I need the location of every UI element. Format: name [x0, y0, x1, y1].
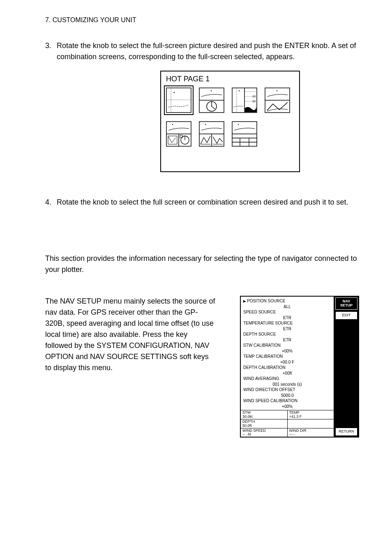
readout-wind-speed: WIND SPEED -- .-kt: [241, 428, 288, 437]
nav-value: ETR: [243, 326, 331, 332]
thumb-combo-c[interactable]: [232, 121, 257, 147]
nav-value: ETR: [243, 315, 331, 321]
thumb-plotter-radar[interactable]: [199, 88, 224, 113]
svg-rect-24: [168, 136, 177, 144]
nav-item-temp-calibration[interactable]: TEMP CALIBRATION: [243, 354, 331, 359]
nav-setup-panel: POSITION SOURCE ALL SPEED SOURCE ETR TEM…: [240, 296, 359, 438]
hotpage-title: HOT PAGE 1: [166, 75, 294, 83]
nav-setup-description: The NAV SETUP menu mainly selects the so…: [45, 296, 215, 373]
readout-blank: [288, 419, 334, 428]
step-4: 4. Rotate the knob to select the full sc…: [45, 197, 359, 208]
nav-readout-table: STW 30.0kt TEMP +41.3 F DEPTH 50.0ft: [241, 410, 334, 437]
nav-value: +00%: [243, 404, 331, 410]
nav-item-position-source[interactable]: POSITION SOURCE: [243, 298, 331, 304]
svg-point-31: [205, 124, 206, 125]
section-intro: This section provides the information ne…: [45, 253, 359, 275]
nav-setup-list: POSITION SOURCE ALL SPEED SOURCE ETR TEM…: [241, 297, 334, 410]
nav-item-stw-calibration[interactable]: STW CALIBRATION: [243, 343, 331, 348]
soft-key-return[interactable]: RETURN: [335, 428, 357, 436]
nav-item-wind-direction-offset[interactable]: WIND DIRECTION OFFSET: [243, 387, 331, 393]
step-number: 3.: [45, 40, 57, 62]
readout-stw: STW 30.0kt: [241, 410, 288, 419]
soft-key-column: NAVSETUP EDIT RETURN: [334, 297, 358, 437]
thumb-dual-plotter[interactable]: [265, 88, 290, 113]
depth-10-label: 10: [252, 95, 256, 98]
depth-20-label: 20: [252, 100, 256, 103]
thumb-combo-a[interactable]: [166, 121, 191, 147]
svg-point-36: [238, 124, 239, 125]
nav-value: +00%: [243, 348, 331, 354]
svg-rect-0: [166, 88, 191, 113]
svg-point-13: [239, 90, 240, 91]
nav-item-depth-calibration[interactable]: DEPTH CALIBRATION: [243, 365, 331, 371]
readout-depth: DEPTH 50.0ft: [241, 419, 288, 428]
thumb-row-2: [166, 121, 294, 147]
thumb-combo-b[interactable]: [199, 121, 224, 147]
nav-item-temperature-source[interactable]: TEMPERATURE SOURCE: [243, 320, 331, 326]
section-header: 7. CUSTOMIZING YOUR UNIT: [45, 16, 359, 24]
nav-value: ETR: [243, 337, 331, 343]
readout-temp: TEMP +41.3 F: [288, 410, 334, 419]
step-number: 4.: [45, 197, 57, 208]
nav-item-wind-speed-calibration[interactable]: WIND SPEED CALIBRATION: [243, 398, 331, 404]
nav-value: +00ft: [243, 371, 331, 376]
hotpage-panel: HOT PAGE 1: [160, 71, 300, 172]
nav-value: +00.0 F: [243, 359, 331, 365]
thumb-plotter-sounder[interactable]: 10 20: [232, 88, 257, 113]
thumb-row-1: 10 20: [166, 88, 294, 113]
svg-point-23: [172, 124, 173, 125]
step-text: Rotate the knob to select the full-scree…: [57, 40, 359, 62]
step-text: Rotate the knob to select the full scree…: [57, 197, 359, 208]
nav-value: S000.0: [243, 393, 331, 398]
svg-line-9: [212, 106, 215, 109]
soft-key-title: NAVSETUP: [335, 297, 357, 310]
nav-value: ALL: [243, 304, 331, 310]
step-3: 3. Rotate the knob to select the full-sc…: [45, 40, 359, 62]
nav-item-depth-source[interactable]: DEPTH SOURCE: [243, 332, 331, 337]
nav-item-wind-averaging[interactable]: WIND AVERAGING: [243, 376, 331, 382]
readout-wind-dir: WIND DIR ---.-: [288, 428, 334, 437]
nav-value: 001 seconds (s): [243, 382, 331, 387]
svg-point-19: [277, 90, 277, 91]
nav-item-speed-source[interactable]: SPEED SOURCE: [243, 309, 331, 315]
svg-point-6: [211, 90, 212, 91]
thumb-plotter[interactable]: [166, 88, 191, 113]
soft-key-edit[interactable]: EDIT: [335, 311, 357, 320]
svg-point-3: [174, 92, 175, 93]
